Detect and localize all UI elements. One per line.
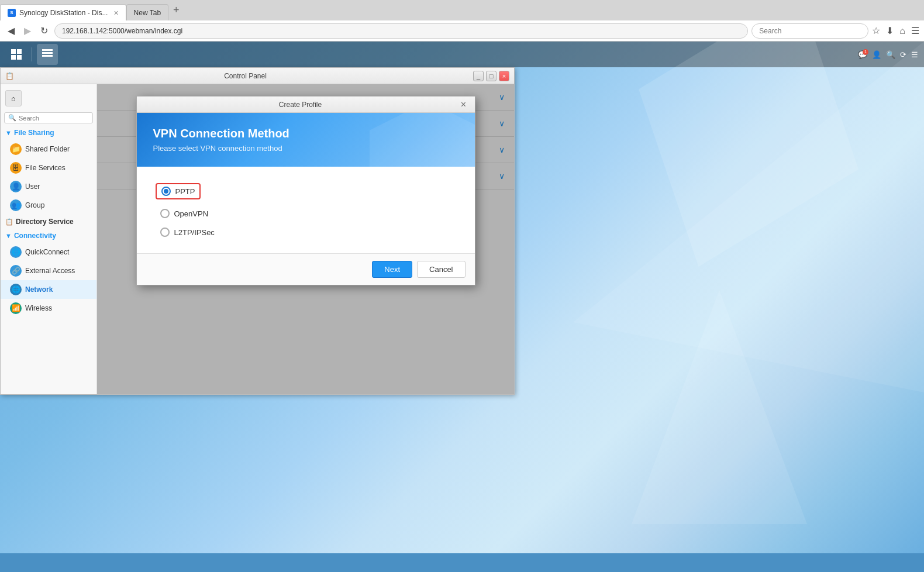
sidebar-item-quickconnect[interactable]: 🌐 QuickConnect — [1, 243, 96, 261]
directory-service-label: Directory Service — [16, 218, 74, 226]
panel-icon-btn[interactable] — [37, 44, 58, 65]
control-panel: 📋 Control Panel _ □ × ⌂ 🔍 — [0, 67, 515, 395]
svg-rect-3 — [17, 55, 22, 60]
vpn-header-banner: VPN Connection Method Please select VPN … — [137, 113, 475, 167]
external-access-label: External Access — [25, 267, 75, 275]
home-nav-icon[interactable]: ⌂ — [899, 26, 905, 36]
tab-synology-label: Synology DiskStation - Dis... — [19, 9, 108, 17]
new-tab-button[interactable]: + — [168, 4, 184, 16]
user-label: User — [25, 182, 40, 191]
svg-rect-4 — [42, 49, 53, 51]
file-services-label: File Services — [25, 164, 65, 172]
tab-new-tab[interactable]: New Tab — [126, 4, 168, 20]
svg-rect-5 — [42, 52, 53, 54]
panel-icon-small: 📋 — [5, 72, 14, 80]
panel-titlebar: 📋 Control Panel _ □ × — [1, 68, 514, 84]
grid-icon-btn[interactable] — [6, 44, 27, 65]
group-icon: 👥 — [10, 199, 22, 211]
pptp-radio-btn[interactable] — [161, 187, 171, 196]
file-sharing-label: File Sharing — [14, 129, 54, 137]
bookmark-icon[interactable]: ☆ — [872, 25, 880, 36]
pptp-highlighted-box: PPTP — [156, 183, 201, 199]
tab-new-tab-label: New Tab — [134, 9, 161, 17]
download-icon[interactable]: ⬇ — [886, 25, 894, 36]
svg-rect-0 — [11, 49, 16, 54]
dialog-body: PPTP OpenVPN L2TP/IPSec — [137, 167, 475, 253]
reload-button[interactable]: ↻ — [37, 24, 51, 37]
panel-close-btn[interactable]: × — [499, 71, 509, 81]
radio-option-openvpn[interactable]: OpenVPN — [158, 204, 458, 223]
url-box[interactable]: 192.168.1.142:5000/webman/index.cgi — [54, 23, 748, 39]
sidebar-item-user[interactable]: 👤 User — [1, 177, 96, 196]
shared-folder-label: Shared Folder — [25, 145, 70, 153]
openvpn-radio-btn[interactable] — [160, 209, 170, 218]
dialog-titlebar: Create Profile × — [137, 97, 475, 113]
sidebar-item-group[interactable]: 👥 Group — [1, 196, 96, 215]
radio-option-l2tp[interactable]: L2TP/IPSec — [158, 223, 458, 242]
pptp-label: PPTP — [175, 187, 195, 196]
search-sidebar-icon: 🔍 — [8, 114, 16, 122]
wireless-label: Wireless — [25, 304, 52, 312]
menu-icon[interactable]: ☰ — [911, 25, 919, 36]
external-access-icon: 🔗 — [10, 265, 22, 277]
panel-minimize-btn[interactable]: _ — [473, 71, 484, 81]
sidebar-search-input[interactable] — [19, 115, 89, 122]
forward-button[interactable]: ▶ — [21, 24, 34, 37]
tab-synology-close[interactable]: × — [113, 8, 118, 18]
sidebar-item-external-access[interactable]: 🔗 External Access — [1, 261, 96, 280]
directory-service-header[interactable]: 📋 Directory Service — [1, 215, 96, 229]
dialog-title: Create Profile — [143, 101, 458, 109]
tab-synology[interactable]: S Synology DiskStation - Dis... × — [0, 4, 126, 20]
panel-title: Control Panel — [18, 72, 473, 80]
chevron-connectivity-icon: ▼ — [5, 232, 12, 239]
url-text: 192.168.1.142:5000/webman/index.cgi — [62, 27, 182, 35]
file-services-icon: 🗄 — [10, 162, 22, 174]
l2tp-radio-btn[interactable] — [160, 228, 170, 237]
sidebar-item-file-services[interactable]: 🗄 File Services — [1, 158, 96, 177]
next-button[interactable]: Next — [372, 261, 412, 278]
svg-rect-1 — [17, 49, 22, 54]
wireless-icon: 📶 — [10, 302, 22, 314]
sidebar-item-wireless[interactable]: 📶 Wireless — [1, 299, 96, 318]
network-label: Network — [25, 285, 53, 294]
modal-overlay: Create Profile × VPN Connection Method P… — [97, 84, 514, 394]
panel-restore-btn[interactable]: □ — [486, 71, 497, 81]
desktop: 💬 1 👤 🔍 ⟳ ☰ 📋 Control Panel _ □ × — [0, 42, 924, 553]
cancel-button[interactable]: Cancel — [417, 261, 465, 278]
svg-rect-2 — [11, 55, 16, 60]
sidebar: ⌂ 🔍 ▼ File Sharing 📁 Shared Folder — [1, 84, 97, 394]
radio-option-pptp[interactable]: PPTP — [153, 178, 458, 204]
home-btn[interactable]: ⌂ — [5, 90, 22, 106]
panel-content: ⌂ 🔍 ▼ File Sharing 📁 Shared Folder — [1, 84, 514, 394]
sidebar-item-shared-folder[interactable]: 📁 Shared Folder — [1, 140, 96, 158]
directory-icon: 📋 — [5, 218, 13, 226]
connectivity-label: Connectivity — [14, 232, 56, 240]
dialog-close-btn[interactable]: × — [458, 99, 469, 110]
notifications-badge[interactable]: 💬 1 — [858, 50, 867, 59]
browser-search-input[interactable] — [751, 23, 868, 39]
connectivity-header[interactable]: ▼ Connectivity — [1, 229, 96, 243]
address-bar: ◀ ▶ ↻ 192.168.1.142:5000/webman/index.cg… — [0, 20, 924, 42]
sidebar-header: ⌂ — [1, 87, 96, 110]
create-profile-dialog: Create Profile × VPN Connection Method P… — [136, 96, 475, 285]
sidebar-section-file-sharing: ▼ File Sharing 📁 Shared Folder 🗄 File Se… — [1, 126, 96, 215]
back-button[interactable]: ◀ — [5, 24, 18, 37]
shared-folder-icon: 📁 — [10, 143, 22, 155]
network-icon: 🌐 — [10, 284, 22, 295]
openvpn-label: OpenVPN — [174, 209, 209, 218]
vpn-connection-subtitle: Please select VPN connection method — [153, 144, 458, 153]
tab-bar: S Synology DiskStation - Dis... × New Ta… — [0, 0, 924, 20]
user-icon[interactable]: 👤 — [872, 50, 881, 59]
toolbar-icons: ☆ ⬇ ⌂ ☰ — [872, 25, 919, 36]
l2tp-label: L2TP/IPSec — [174, 228, 215, 237]
sidebar-search-bar[interactable]: 🔍 — [4, 112, 93, 123]
notification-count: 1 — [863, 49, 868, 55]
file-sharing-header[interactable]: ▼ File Sharing — [1, 126, 96, 140]
user-icon-sidebar: 👤 — [10, 181, 22, 192]
browser-chrome: S Synology DiskStation - Dis... × New Ta… — [0, 0, 924, 42]
svg-rect-6 — [42, 55, 53, 57]
sidebar-section-directory: 📋 Directory Service — [1, 215, 96, 229]
quickconnect-label: QuickConnect — [25, 248, 69, 256]
search-taskbar-icon[interactable]: 🔍 — [886, 50, 895, 59]
sidebar-item-network[interactable]: 🌐 Network — [1, 280, 96, 299]
